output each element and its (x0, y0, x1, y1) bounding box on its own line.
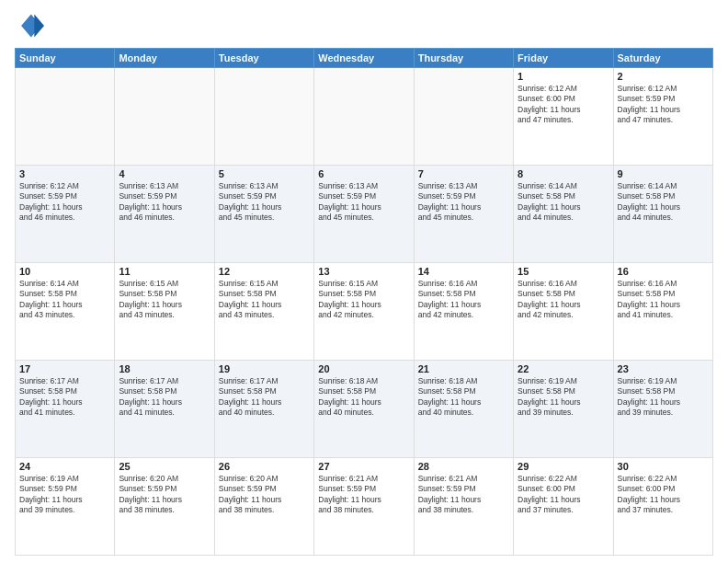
day-number: 28 (418, 461, 509, 472)
calendar-cell: 14Sunrise: 6:16 AM Sunset: 5:58 PM Dayli… (414, 263, 513, 361)
calendar-header-saturday: Saturday (613, 49, 712, 68)
day-info: Sunrise: 6:21 AM Sunset: 5:59 PM Dayligh… (418, 474, 509, 516)
calendar-cell: 21Sunrise: 6:18 AM Sunset: 5:58 PM Dayli… (414, 361, 513, 458)
day-number: 21 (418, 363, 509, 374)
calendar-cell: 10Sunrise: 6:14 AM Sunset: 5:58 PM Dayli… (16, 263, 115, 361)
day-number: 6 (318, 168, 409, 179)
day-info: Sunrise: 6:19 AM Sunset: 5:58 PM Dayligh… (518, 376, 609, 419)
calendar-cell (414, 68, 513, 166)
day-number: 24 (19, 461, 110, 472)
day-number: 19 (219, 363, 310, 374)
calendar-cell: 22Sunrise: 6:19 AM Sunset: 5:58 PM Dayli… (514, 361, 613, 458)
day-info: Sunrise: 6:21 AM Sunset: 5:59 PM Dayligh… (318, 474, 409, 516)
calendar-header-monday: Monday (115, 49, 214, 68)
day-number: 5 (219, 168, 310, 179)
calendar-cell: 9Sunrise: 6:14 AM Sunset: 5:58 PM Daylig… (613, 166, 712, 263)
day-info: Sunrise: 6:17 AM Sunset: 5:58 PM Dayligh… (19, 376, 110, 419)
calendar-week-0: 1Sunrise: 6:12 AM Sunset: 6:00 PM Daylig… (16, 68, 713, 166)
calendar-cell: 11Sunrise: 6:15 AM Sunset: 5:58 PM Dayli… (115, 263, 214, 361)
day-number: 10 (19, 266, 110, 277)
day-number: 17 (19, 363, 110, 374)
day-number: 1 (518, 71, 609, 82)
day-info: Sunrise: 6:15 AM Sunset: 5:58 PM Dayligh… (318, 279, 409, 321)
day-number: 20 (318, 363, 409, 374)
day-info: Sunrise: 6:22 AM Sunset: 6:00 PM Dayligh… (518, 474, 609, 516)
day-info: Sunrise: 6:22 AM Sunset: 6:00 PM Dayligh… (618, 474, 709, 516)
calendar-cell: 1Sunrise: 6:12 AM Sunset: 6:00 PM Daylig… (514, 68, 613, 166)
svg-marker-1 (34, 15, 44, 38)
calendar-week-1: 3Sunrise: 6:12 AM Sunset: 5:59 PM Daylig… (16, 166, 713, 263)
day-number: 23 (618, 363, 709, 374)
page: SundayMondayTuesdayWednesdayThursdayFrid… (0, 0, 728, 563)
calendar-cell (16, 68, 115, 166)
day-number: 9 (618, 168, 709, 179)
calendar-cell: 12Sunrise: 6:15 AM Sunset: 5:58 PM Dayli… (214, 263, 313, 361)
calendar-cell: 24Sunrise: 6:19 AM Sunset: 5:59 PM Dayli… (16, 458, 115, 556)
calendar-cell: 18Sunrise: 6:17 AM Sunset: 5:58 PM Dayli… (115, 361, 214, 458)
calendar-cell: 28Sunrise: 6:21 AM Sunset: 5:59 PM Dayli… (414, 458, 513, 556)
day-number: 30 (618, 461, 709, 472)
calendar-header-sunday: Sunday (16, 49, 115, 68)
day-info: Sunrise: 6:12 AM Sunset: 6:00 PM Dayligh… (518, 84, 609, 126)
day-number: 29 (518, 461, 609, 472)
calendar-cell: 16Sunrise: 6:16 AM Sunset: 5:58 PM Dayli… (613, 263, 712, 361)
calendar-cell: 27Sunrise: 6:21 AM Sunset: 5:59 PM Dayli… (314, 458, 414, 556)
day-info: Sunrise: 6:17 AM Sunset: 5:58 PM Dayligh… (219, 376, 310, 419)
day-number: 3 (19, 168, 110, 179)
day-number: 14 (418, 266, 509, 277)
calendar-cell: 20Sunrise: 6:18 AM Sunset: 5:58 PM Dayli… (314, 361, 414, 458)
day-info: Sunrise: 6:14 AM Sunset: 5:58 PM Dayligh… (19, 279, 110, 321)
day-info: Sunrise: 6:17 AM Sunset: 5:58 PM Dayligh… (119, 376, 210, 419)
day-number: 22 (518, 363, 609, 374)
calendar-header-friday: Friday (514, 49, 613, 68)
calendar-cell: 30Sunrise: 6:22 AM Sunset: 6:00 PM Dayli… (613, 458, 712, 556)
calendar-cell: 2Sunrise: 6:12 AM Sunset: 5:59 PM Daylig… (613, 68, 712, 166)
day-info: Sunrise: 6:16 AM Sunset: 5:58 PM Dayligh… (418, 279, 509, 321)
day-info: Sunrise: 6:15 AM Sunset: 5:58 PM Dayligh… (219, 279, 310, 321)
calendar-cell: 13Sunrise: 6:15 AM Sunset: 5:58 PM Dayli… (314, 263, 414, 361)
day-info: Sunrise: 6:13 AM Sunset: 5:59 PM Dayligh… (418, 181, 509, 224)
day-info: Sunrise: 6:14 AM Sunset: 5:58 PM Dayligh… (618, 181, 709, 224)
calendar: SundayMondayTuesdayWednesdayThursdayFrid… (15, 48, 713, 556)
day-info: Sunrise: 6:13 AM Sunset: 5:59 PM Dayligh… (219, 181, 310, 224)
calendar-cell: 6Sunrise: 6:13 AM Sunset: 5:59 PM Daylig… (314, 166, 414, 263)
logo-icon (15, 11, 44, 40)
calendar-cell: 17Sunrise: 6:17 AM Sunset: 5:58 PM Dayli… (16, 361, 115, 458)
day-number: 7 (418, 168, 509, 179)
day-info: Sunrise: 6:15 AM Sunset: 5:58 PM Dayligh… (119, 279, 210, 321)
calendar-cell: 8Sunrise: 6:14 AM Sunset: 5:58 PM Daylig… (514, 166, 613, 263)
calendar-cell (314, 68, 414, 166)
logo (15, 11, 48, 40)
calendar-week-2: 10Sunrise: 6:14 AM Sunset: 5:58 PM Dayli… (16, 263, 713, 361)
day-number: 18 (119, 363, 210, 374)
day-number: 11 (119, 266, 210, 277)
day-info: Sunrise: 6:14 AM Sunset: 5:58 PM Dayligh… (518, 181, 609, 224)
day-number: 16 (618, 266, 709, 277)
day-info: Sunrise: 6:18 AM Sunset: 5:58 PM Dayligh… (418, 376, 509, 419)
calendar-header-tuesday: Tuesday (214, 49, 313, 68)
day-info: Sunrise: 6:18 AM Sunset: 5:58 PM Dayligh… (318, 376, 409, 419)
day-info: Sunrise: 6:13 AM Sunset: 5:59 PM Dayligh… (119, 181, 210, 224)
day-info: Sunrise: 6:16 AM Sunset: 5:58 PM Dayligh… (618, 279, 709, 321)
day-number: 8 (518, 168, 609, 179)
day-number: 2 (618, 71, 709, 82)
day-info: Sunrise: 6:19 AM Sunset: 5:59 PM Dayligh… (19, 474, 110, 516)
calendar-cell: 5Sunrise: 6:13 AM Sunset: 5:59 PM Daylig… (214, 166, 313, 263)
calendar-cell: 15Sunrise: 6:16 AM Sunset: 5:58 PM Dayli… (514, 263, 613, 361)
day-info: Sunrise: 6:13 AM Sunset: 5:59 PM Dayligh… (318, 181, 409, 224)
calendar-cell: 29Sunrise: 6:22 AM Sunset: 6:00 PM Dayli… (514, 458, 613, 556)
calendar-header-wednesday: Wednesday (314, 49, 414, 68)
day-info: Sunrise: 6:20 AM Sunset: 5:59 PM Dayligh… (219, 474, 310, 516)
calendar-week-4: 24Sunrise: 6:19 AM Sunset: 5:59 PM Dayli… (16, 458, 713, 556)
day-info: Sunrise: 6:20 AM Sunset: 5:59 PM Dayligh… (119, 474, 210, 516)
day-number: 13 (318, 266, 409, 277)
calendar-cell: 3Sunrise: 6:12 AM Sunset: 5:59 PM Daylig… (16, 166, 115, 263)
calendar-cell (115, 68, 214, 166)
calendar-header-row: SundayMondayTuesdayWednesdayThursdayFrid… (16, 49, 713, 68)
calendar-cell: 25Sunrise: 6:20 AM Sunset: 5:59 PM Dayli… (115, 458, 214, 556)
calendar-week-3: 17Sunrise: 6:17 AM Sunset: 5:58 PM Dayli… (16, 361, 713, 458)
calendar-header-thursday: Thursday (414, 49, 513, 68)
day-info: Sunrise: 6:12 AM Sunset: 5:59 PM Dayligh… (19, 181, 110, 224)
calendar-cell: 23Sunrise: 6:19 AM Sunset: 5:58 PM Dayli… (613, 361, 712, 458)
calendar-cell (214, 68, 313, 166)
